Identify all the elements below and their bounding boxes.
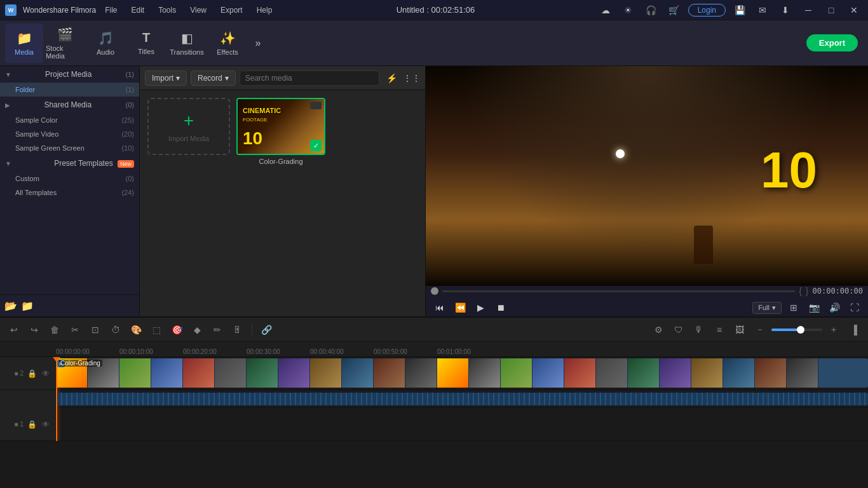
tab-titles[interactable]: T Titles: [127, 24, 165, 63]
track-row-video2: ■ 2 🔒 👁 ▶ Color-Grading: [0, 357, 868, 390]
video-track-2-content[interactable]: ▶ Color-Grading: [56, 357, 868, 390]
panel-toggle-icon[interactable]: ▐: [845, 321, 863, 339]
search-input[interactable]: [240, 71, 379, 86]
sidebar-item-folder[interactable]: Folder (1): [0, 83, 139, 97]
delete-button[interactable]: 🗑: [46, 321, 64, 339]
cut-button[interactable]: ✂: [66, 321, 84, 339]
notify-icon[interactable]: ✉: [754, 3, 771, 17]
settings-icon[interactable]: ⚙: [649, 321, 667, 339]
add-to-timeline-icon[interactable]: ⊞: [785, 299, 802, 316]
layers-icon[interactable]: ≡: [710, 321, 728, 339]
tab-stock-media[interactable]: 🎬 Stock Media: [46, 24, 84, 63]
clip-frame-10: [342, 358, 374, 388]
mic-icon[interactable]: 🎙: [690, 321, 708, 339]
audio-clip[interactable]: [56, 393, 868, 405]
import-button[interactable]: Import ▾: [145, 71, 187, 86]
save-icon[interactable]: 💾: [731, 3, 749, 17]
preview-background: 10: [426, 66, 868, 286]
clip-frame-4: [151, 358, 183, 388]
maximize-button[interactable]: □: [822, 3, 840, 17]
preset-templates-section[interactable]: ▼ Preset Templates New: [0, 155, 139, 172]
zoom-out-icon[interactable]: －: [751, 321, 769, 339]
track-lock-icon[interactable]: 🔒: [26, 368, 37, 379]
resolution-selector[interactable]: Full ▾: [752, 302, 782, 314]
video-track-1-content[interactable]: [56, 408, 868, 440]
keyframe-button[interactable]: ◆: [188, 321, 206, 339]
thumb-pip-icon: [310, 102, 322, 109]
stabilize-button[interactable]: 🎯: [168, 321, 186, 339]
filter-icon[interactable]: ⚡: [383, 70, 400, 86]
tab-audio[interactable]: 🎵 Audio: [86, 24, 125, 63]
audio-track-2-content[interactable]: [56, 390, 868, 408]
close-button[interactable]: ✕: [845, 3, 863, 17]
progress-bar[interactable]: { } 00:00:00:00: [431, 286, 863, 296]
image-icon[interactable]: 🖼: [731, 321, 749, 339]
progress-track[interactable]: [442, 290, 795, 292]
sidebar-item-all-templates[interactable]: All Templates (24): [0, 186, 139, 200]
folder-icon[interactable]: 📁: [22, 300, 33, 311]
transform-button[interactable]: ⬚: [147, 321, 165, 339]
zoom-thumb[interactable]: [797, 326, 804, 334]
edit-button[interactable]: ✏: [208, 321, 226, 339]
step-back-button[interactable]: ⏮: [431, 299, 449, 316]
track-1-lock-icon[interactable]: 🔒: [26, 419, 37, 430]
menu-export[interactable]: Export: [218, 4, 245, 16]
clip-frame-12: [405, 358, 437, 388]
shared-media-section[interactable]: ▶ Shared Media (0): [0, 97, 139, 113]
sidebar-item-custom[interactable]: Custom (0): [0, 172, 139, 186]
zoom-slider[interactable]: [771, 329, 822, 331]
link-button[interactable]: 🔗: [257, 321, 275, 339]
export-button[interactable]: Export: [806, 34, 858, 51]
sun-icon[interactable]: ☀: [620, 3, 637, 17]
tab-media[interactable]: 📁 Media: [5, 24, 43, 63]
audio-duck-button[interactable]: 🎚: [229, 321, 247, 339]
project-media-section[interactable]: ▼ Project Media (1): [0, 66, 139, 83]
download-icon[interactable]: ⬇: [776, 3, 794, 17]
volume-icon[interactable]: 🔊: [826, 299, 843, 316]
project-media-label: Project Media: [45, 70, 92, 79]
cloud-icon[interactable]: ☁: [597, 3, 614, 17]
audio-icon: 🎵: [98, 30, 114, 46]
stop-button[interactable]: ⏹: [492, 299, 510, 316]
sidebar-item-sample-green-screen[interactable]: Sample Green Screen (10): [0, 141, 139, 155]
headphone-icon[interactable]: 🎧: [642, 3, 660, 17]
track-1-eye-icon[interactable]: 👁: [40, 419, 51, 430]
more-tools-button[interactable]: »: [249, 34, 267, 52]
project-media-count: (1): [126, 71, 134, 78]
minimize-button[interactable]: ─: [799, 3, 817, 17]
color-button[interactable]: 🎨: [127, 321, 145, 339]
crop-button[interactable]: ⊡: [86, 321, 104, 339]
menu-edit[interactable]: Edit: [129, 4, 147, 16]
login-button[interactable]: Login: [688, 4, 726, 17]
menu-file[interactable]: File: [102, 4, 119, 16]
tab-effects[interactable]: ✨ Effects: [208, 24, 247, 63]
shield-icon[interactable]: 🛡: [670, 321, 688, 339]
play-button[interactable]: ▶: [471, 299, 489, 316]
menu-view[interactable]: View: [187, 4, 209, 16]
media-grid: + Import Media CINEMATIC FOOTAGE 10 ✓ Co…: [140, 90, 425, 316]
undo-button[interactable]: ↩: [5, 321, 23, 339]
sidebar-item-sample-color[interactable]: Sample Color (25): [0, 113, 139, 127]
media-thumbnail-color-grading[interactable]: CINEMATIC FOOTAGE 10 ✓ Color-Grading: [236, 98, 325, 165]
redo-button[interactable]: ↪: [25, 321, 43, 339]
fullscreen-icon[interactable]: ⛶: [846, 299, 863, 316]
clip-frame-8: [278, 358, 310, 388]
import-media-placeholder[interactable]: + Import Media: [147, 98, 230, 155]
frame-back-button[interactable]: ⏪: [451, 299, 469, 316]
add-folder-icon[interactable]: 📂: [5, 300, 17, 311]
timeline-body[interactable]: 00:00:00:00 00:00:10:00 00:00:20:00 00:0…: [0, 342, 868, 488]
menu-tools[interactable]: Tools: [156, 4, 179, 16]
sidebar-item-sample-video[interactable]: Sample Video (20): [0, 127, 139, 141]
speed-button[interactable]: ⏱: [107, 321, 125, 339]
cart-icon[interactable]: 🛒: [665, 3, 683, 17]
tab-transitions[interactable]: ◧ Transitions: [168, 24, 206, 63]
tc-4: 00:00:40:00: [310, 348, 374, 355]
menu-help[interactable]: Help: [254, 4, 275, 16]
track-eye-icon[interactable]: 👁: [40, 368, 51, 379]
record-button[interactable]: Record ▾: [191, 71, 236, 86]
screenshot-icon[interactable]: 📷: [806, 299, 822, 316]
zoom-in-icon[interactable]: ＋: [825, 321, 843, 339]
video-clip[interactable]: ▶ Color-Grading: [56, 358, 868, 388]
view-toggle-icon[interactable]: ⋮⋮: [403, 70, 420, 86]
playhead[interactable]: [56, 357, 57, 441]
